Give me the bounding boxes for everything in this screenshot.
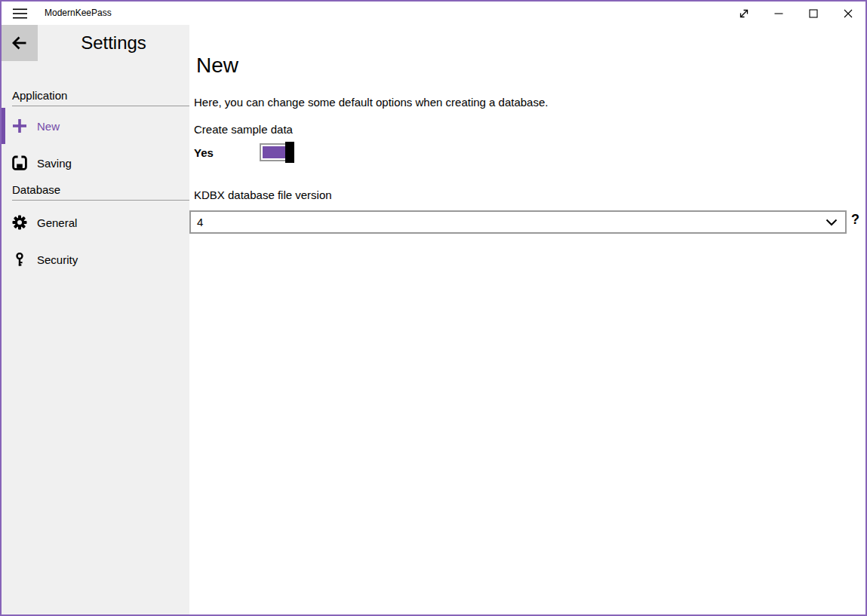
settings-title: Settings [38, 25, 189, 61]
gear-icon [12, 215, 27, 230]
minimize-button[interactable] [761, 2, 796, 25]
sidebar-item-security[interactable]: Security [2, 241, 189, 277]
chevron-down-icon [825, 219, 838, 226]
plus-icon [12, 118, 27, 133]
sidebar-item-label: Saving [37, 157, 72, 170]
hamburger-icon [13, 8, 27, 19]
back-button[interactable] [2, 25, 38, 61]
selection-indicator [2, 108, 5, 144]
window-title: ModernKeePass [45, 2, 112, 25]
create-sample-toggle[interactable] [260, 143, 294, 161]
maximize-icon [809, 9, 818, 18]
sidebar-item-new[interactable]: New [2, 108, 189, 144]
hamburger-menu-button[interactable] [2, 2, 38, 25]
page-title: New [196, 54, 238, 78]
save-icon [12, 155, 27, 170]
help-button[interactable]: ? [851, 212, 859, 228]
sidebar-item-label: Security [37, 253, 78, 266]
close-button[interactable] [831, 2, 865, 25]
maximize-button[interactable] [796, 2, 831, 25]
toggle-thumb[interactable] [285, 142, 294, 163]
main-content: New Here, you can change some default op… [189, 25, 865, 614]
fullscreen-button[interactable] [727, 2, 761, 25]
expand-icon [738, 8, 750, 20]
settings-sidebar: Settings Application New [2, 25, 189, 614]
sidebar-item-label: General [37, 216, 77, 229]
app-window: ModernKeePass [0, 0, 867, 616]
key-icon [12, 252, 27, 267]
kdbx-version-dropdown[interactable]: 4 [189, 210, 847, 234]
sidebar-item-general[interactable]: General [2, 204, 189, 241]
section-header-database: Database [12, 182, 189, 201]
toggle-state-label: Yes [194, 146, 214, 159]
titlebar: ModernKeePass [2, 2, 865, 25]
kdbx-version-label: KDBX database file version [194, 188, 332, 201]
titlebar-drag-area [112, 2, 727, 25]
section-header-application: Application [12, 88, 189, 106]
create-sample-label: Create sample data [194, 123, 293, 136]
sidebar-item-saving[interactable]: Saving [2, 145, 189, 181]
dropdown-selected-value: 4 [197, 216, 203, 228]
sidebar-item-label: New [37, 120, 60, 133]
back-arrow-icon [11, 34, 29, 52]
close-icon [844, 9, 853, 18]
minimize-icon [774, 9, 783, 18]
description-text: Here, you can change some default option… [194, 96, 548, 109]
